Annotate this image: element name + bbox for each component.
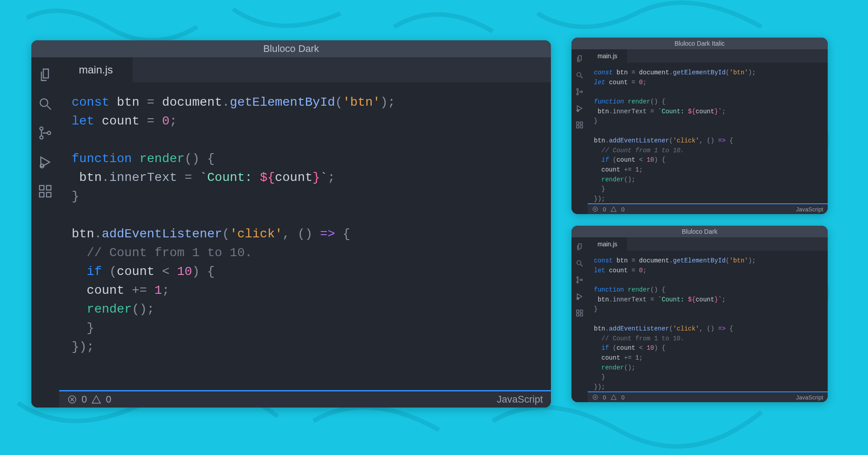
warning-icon [610, 394, 617, 400]
error-count: 0 [603, 394, 606, 401]
tab-bar: main.js [588, 49, 828, 63]
source-control-icon[interactable] [576, 88, 584, 98]
svg-point-21 [577, 277, 579, 279]
code-editor[interactable]: const btn = document.getElementById('btn… [588, 63, 828, 203]
svg-point-3 [47, 131, 51, 134]
extensions-icon[interactable] [576, 309, 584, 319]
file-tab[interactable]: main.js [588, 49, 627, 63]
code-editor[interactable]: const btn = document.getElementById('btn… [59, 82, 551, 390]
tab-bar: main.js [59, 57, 551, 82]
source-control-icon[interactable] [576, 276, 584, 286]
svg-point-2 [40, 136, 43, 139]
svg-point-10 [577, 73, 581, 77]
svg-rect-8 [47, 185, 51, 190]
window-title: Bluloco Dark [263, 43, 319, 55]
svg-point-22 [577, 281, 579, 283]
tab-filename: main.js [79, 64, 113, 76]
svg-rect-6 [39, 193, 44, 197]
status-problems[interactable]: 0 0 [592, 206, 624, 213]
error-count: 0 [603, 206, 606, 213]
status-problems[interactable]: 0 0 [67, 394, 112, 405]
activity-bar [31, 57, 59, 408]
language-mode[interactable]: JavaScript [497, 394, 543, 405]
tab-filename: main.js [597, 240, 617, 248]
code-editor[interactable]: const btn = document.getElementById('btn… [588, 251, 828, 391]
warning-icon [610, 206, 617, 212]
warning-icon [91, 395, 101, 404]
editor-body: main.js const btn = document.getElementB… [31, 57, 551, 408]
files-icon[interactable] [576, 243, 584, 253]
svg-point-0 [40, 99, 48, 107]
svg-point-12 [577, 93, 579, 95]
run-debug-icon[interactable] [576, 292, 584, 303]
editor-body: main.js const btn = document.getElementB… [572, 49, 828, 214]
language-mode[interactable]: JavaScript [796, 206, 823, 213]
window-titlebar: Bluloco Dark [31, 40, 551, 57]
editor-main: main.js const btn = document.getElementB… [588, 49, 828, 214]
warning-count: 0 [106, 394, 111, 405]
svg-rect-28 [580, 310, 583, 312]
status-bar: 0 0 JavaScript [59, 391, 551, 408]
status-bar: 0 0 JavaScript [588, 204, 828, 214]
warning-count: 0 [621, 206, 624, 213]
window-title: Bluloco Dark [682, 228, 717, 235]
svg-point-23 [581, 279, 583, 281]
window-titlebar: Bluloco Dark [572, 226, 828, 237]
search-icon[interactable] [576, 71, 584, 82]
error-icon [592, 394, 598, 400]
tab-bar: main.js [588, 237, 828, 251]
error-count: 0 [82, 394, 87, 405]
window-titlebar: Bluloco Dark Italic [572, 38, 828, 49]
editor-main: main.js const btn = document.getElementB… [59, 57, 551, 408]
svg-point-1 [40, 127, 43, 130]
run-debug-icon[interactable] [576, 104, 584, 115]
editor-main: main.js const btn = document.getElementB… [588, 237, 828, 402]
svg-rect-5 [39, 185, 44, 190]
language-mode[interactable]: JavaScript [796, 394, 823, 401]
svg-rect-27 [580, 314, 583, 316]
error-icon [592, 206, 598, 212]
error-icon [67, 395, 77, 404]
status-problems[interactable]: 0 0 [592, 394, 624, 401]
source-control-icon[interactable] [38, 125, 53, 143]
tab-filename: main.js [597, 52, 617, 60]
activity-bar [572, 49, 588, 214]
files-icon[interactable] [576, 55, 584, 65]
svg-rect-26 [576, 314, 579, 316]
svg-rect-7 [47, 193, 51, 197]
files-icon[interactable] [38, 67, 53, 85]
extensions-icon[interactable] [576, 121, 584, 131]
extensions-icon[interactable] [38, 184, 53, 201]
status-bar: 0 0 JavaScript [588, 392, 828, 402]
svg-point-13 [581, 91, 583, 93]
editor-window-small: Bluloco Dark main.js const btn = documen… [572, 226, 828, 402]
svg-rect-18 [580, 122, 583, 124]
activity-bar [572, 237, 588, 402]
editor-window-small-italic: Bluloco Dark Italic main.js const btn = … [572, 38, 828, 214]
svg-rect-15 [576, 122, 579, 124]
editor-body: main.js const btn = document.getElementB… [572, 237, 828, 402]
search-icon[interactable] [576, 259, 584, 270]
svg-rect-25 [576, 310, 579, 312]
search-icon[interactable] [38, 96, 53, 114]
svg-rect-17 [580, 126, 583, 128]
run-debug-icon[interactable] [38, 155, 53, 172]
svg-rect-16 [576, 126, 579, 128]
svg-point-11 [577, 89, 579, 90]
editor-window-large: Bluloco Dark main.js const btn = documen… [31, 40, 551, 408]
warning-count: 0 [621, 394, 624, 401]
file-tab[interactable]: main.js [59, 57, 133, 82]
svg-point-20 [577, 261, 581, 265]
file-tab[interactable]: main.js [588, 237, 627, 251]
window-title: Bluloco Dark Italic [675, 40, 725, 47]
